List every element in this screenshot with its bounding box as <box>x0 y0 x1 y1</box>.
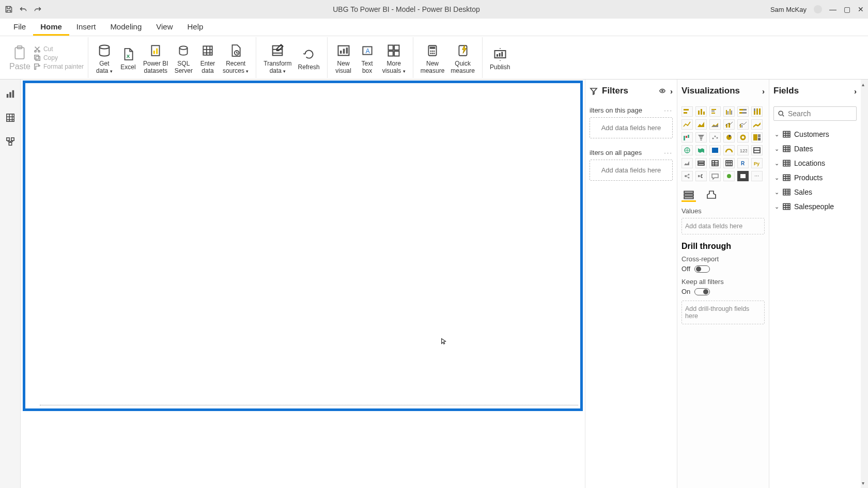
viz-more[interactable]: ··· <box>751 171 763 181</box>
user-name[interactable]: Sam McKay <box>770 6 807 13</box>
viz-stacked-bar[interactable] <box>681 106 693 117</box>
viz-100-column[interactable] <box>751 106 763 117</box>
fields-pane: Fields › Search ⌄Customers⌄Dates⌄Locatio… <box>769 80 861 488</box>
values-drop[interactable]: Add data fields here <box>681 218 765 234</box>
tab-home[interactable]: Home <box>33 19 69 36</box>
svg-rect-36 <box>499 53 500 56</box>
svg-rect-35 <box>497 54 498 57</box>
svg-point-29 <box>433 50 435 52</box>
maximize-icon[interactable]: ▢ <box>844 5 850 13</box>
collapse-icon[interactable]: › <box>670 87 673 96</box>
page-filter-drop[interactable]: Add data fields here <box>590 117 673 138</box>
viz-filled-map[interactable] <box>695 145 707 155</box>
viz-card[interactable]: 123 <box>737 145 749 155</box>
avatar[interactable] <box>814 5 822 13</box>
viz-pie[interactable] <box>723 132 735 143</box>
minimize-icon[interactable]: — <box>829 5 836 13</box>
recent-sources-button[interactable]: Recent sources ▾ <box>220 37 252 78</box>
quick-measure-button[interactable]: Quick measure <box>447 37 478 78</box>
field-table-sales[interactable]: ⌄Sales <box>773 185 857 199</box>
refresh-button[interactable]: Refresh <box>295 37 323 78</box>
viz-100-bar[interactable] <box>737 106 749 117</box>
viz-gauge[interactable] <box>723 145 735 155</box>
get-data-button[interactable]: Get data ▾ <box>92 37 116 78</box>
close-icon[interactable]: ✕ <box>858 5 864 13</box>
all-filter-drop[interactable]: Add data fields here <box>590 160 673 181</box>
scrollbar[interactable]: ▴ ▾ <box>861 80 868 488</box>
save-icon[interactable] <box>4 5 13 14</box>
data-view-icon[interactable] <box>5 113 16 123</box>
tab-help[interactable]: Help <box>180 19 211 36</box>
viz-kpi[interactable] <box>681 158 693 168</box>
viz-stacked-area[interactable] <box>709 119 721 130</box>
viz-python[interactable]: Py <box>751 158 763 168</box>
more-icon[interactable]: ··· <box>664 149 673 156</box>
more-visuals-button[interactable]: More visuals ▾ <box>379 37 409 78</box>
collapse-icon[interactable]: › <box>854 87 857 96</box>
viz-ribbon[interactable] <box>751 119 763 130</box>
pbi-datasets-button[interactable]: Power BI datasets <box>140 37 172 78</box>
viz-custom2[interactable] <box>737 171 749 181</box>
viz-multi-card[interactable] <box>751 145 763 155</box>
viz-line-clustered[interactable] <box>737 119 749 130</box>
sql-server-button[interactable]: SQL Server <box>172 37 196 78</box>
viz-clustered-column[interactable] <box>723 106 735 117</box>
viz-slicer[interactable] <box>695 158 707 168</box>
svg-rect-100 <box>684 197 693 198</box>
report-view-icon[interactable] <box>5 89 16 99</box>
visibility-icon[interactable] <box>659 87 666 95</box>
new-measure-button[interactable]: New measure <box>417 37 448 78</box>
ribbon-group-data: Get data ▾ X Excel Power BI datasets SQL… <box>88 37 256 78</box>
tab-insert[interactable]: Insert <box>69 19 103 36</box>
viz-r[interactable]: R <box>737 158 749 168</box>
publish-button[interactable]: Publish <box>487 37 513 78</box>
viz-table[interactable] <box>709 158 721 168</box>
viz-custom1[interactable] <box>723 171 735 181</box>
viz-stacked-column[interactable] <box>695 106 707 117</box>
viz-donut[interactable] <box>737 132 749 143</box>
cross-report-state: Off <box>681 265 690 273</box>
viz-clustered-bar[interactable] <box>709 106 721 117</box>
new-visual-button[interactable]: New visual <box>332 37 355 78</box>
canvas-selection[interactable] <box>23 81 583 411</box>
viz-decomposition[interactable] <box>695 171 707 181</box>
more-icon[interactable]: ··· <box>664 106 673 114</box>
viz-matrix[interactable] <box>723 158 735 168</box>
transform-data-button[interactable]: Transform data ▾ <box>260 37 295 78</box>
report-canvas[interactable] <box>21 80 585 488</box>
viz-area[interactable] <box>695 119 707 130</box>
field-table-dates[interactable]: ⌄Dates <box>773 141 857 156</box>
keep-filters-toggle[interactable] <box>694 288 710 295</box>
tab-modeling[interactable]: Modeling <box>103 19 149 36</box>
tab-file[interactable]: File <box>6 19 33 36</box>
viz-funnel[interactable] <box>695 132 707 143</box>
fields-search[interactable]: Search <box>773 106 857 121</box>
viz-line-column[interactable] <box>723 119 735 130</box>
viz-line[interactable] <box>681 119 693 130</box>
tab-view[interactable]: View <box>149 19 180 36</box>
field-table-products[interactable]: ⌄Products <box>773 170 857 185</box>
viz-scatter[interactable] <box>709 132 721 143</box>
redo-icon[interactable] <box>33 5 42 14</box>
undo-icon[interactable] <box>19 5 28 14</box>
format-tab[interactable] <box>704 188 719 202</box>
text-box-button[interactable]: A Text box <box>355 37 379 78</box>
viz-key-influencers[interactable] <box>681 171 693 181</box>
viz-qa[interactable] <box>709 171 721 181</box>
svg-text:X: X <box>127 53 130 58</box>
excel-button[interactable]: X Excel <box>116 37 140 78</box>
field-table-salespeople[interactable]: ⌄Salespeople <box>773 199 857 214</box>
collapse-icon[interactable]: › <box>762 87 765 96</box>
field-table-locations[interactable]: ⌄Locations <box>773 156 857 170</box>
viz-waterfall[interactable] <box>681 132 693 143</box>
fields-well-tab[interactable] <box>681 188 696 202</box>
drill-through-drop[interactable]: Add drill-through fields here <box>681 301 765 324</box>
viz-treemap[interactable] <box>751 132 763 143</box>
enter-data-button[interactable]: Enter data <box>196 37 220 78</box>
cross-report-toggle[interactable] <box>694 265 710 273</box>
svg-rect-24 <box>394 51 399 56</box>
model-view-icon[interactable] <box>5 136 16 147</box>
field-table-customers[interactable]: ⌄Customers <box>773 127 857 141</box>
viz-azure-map[interactable] <box>709 145 721 155</box>
viz-map[interactable] <box>681 145 693 155</box>
